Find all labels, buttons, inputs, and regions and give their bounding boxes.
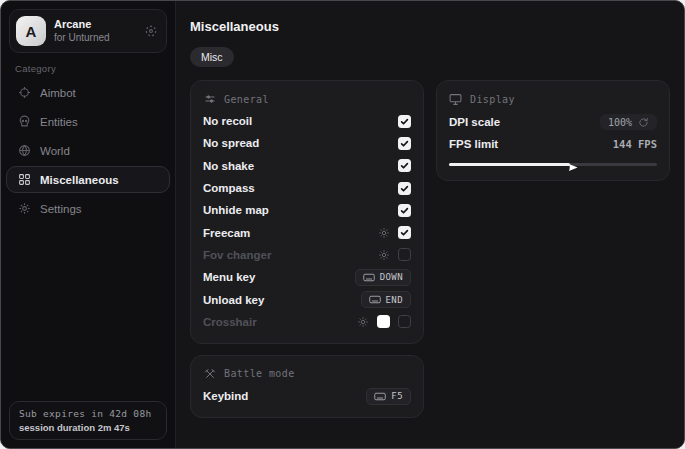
left-column: General No recoil No spread — [190, 80, 424, 418]
page-title: Miscellaneous — [190, 19, 670, 34]
key-label: DOWN — [380, 272, 403, 282]
monitor-icon — [449, 93, 462, 106]
keyboard-icon — [369, 295, 381, 304]
fps-limit-value: 144 FPS — [613, 138, 657, 150]
setting-row-no-spread: No spread — [203, 132, 411, 154]
category-label: Category — [15, 63, 161, 74]
sidebar-item-label: Aimbot — [40, 87, 76, 99]
main-content: Miscellaneous Misc General No rec — [176, 1, 684, 448]
general-panel-header: General — [203, 93, 411, 105]
brand-text: Arcane for Unturned — [54, 18, 136, 43]
sidebar-item-label: Miscellaneous — [40, 174, 119, 186]
battle-mode-panel-header: Battle mode — [203, 368, 411, 380]
brand-name: Arcane — [54, 18, 136, 31]
unhide-map-checkbox[interactable] — [398, 204, 411, 217]
subscription-status: Sub expires in 42d 08h session duration … — [9, 401, 167, 440]
avatar: A — [16, 16, 46, 46]
key-label: F5 — [391, 391, 403, 401]
app-window: A Arcane for Unturned Category Aimbo — [0, 0, 685, 449]
fps-limit-slider[interactable] — [449, 158, 657, 170]
display-panel-header: Display — [449, 93, 657, 106]
general-panel-title: General — [224, 94, 269, 105]
sliders-icon — [203, 93, 216, 105]
sidebar-item-aimbot[interactable]: Aimbot — [6, 79, 170, 106]
check-icon — [400, 139, 409, 148]
battle-mode-panel-title: Battle mode — [224, 368, 295, 379]
fov-changer-checkbox[interactable] — [398, 248, 411, 261]
crosshair-checkbox[interactable] — [398, 315, 411, 328]
setting-row-freecam: Freecam — [203, 221, 411, 243]
right-column: Display DPI scale 100% — [436, 80, 670, 181]
avatar-initial: A — [26, 23, 37, 40]
gear-icon[interactable] — [378, 227, 390, 239]
check-icon — [400, 228, 409, 237]
sidebar-item-entities[interactable]: Entities — [6, 108, 170, 135]
gear-icon[interactable] — [357, 316, 369, 328]
no-spread-checkbox[interactable] — [398, 137, 411, 150]
swords-icon — [203, 368, 216, 380]
globe-icon — [17, 144, 31, 157]
setting-row-unload-key: Unload key END — [203, 288, 411, 310]
skull-icon — [17, 115, 31, 128]
display-panel-title: Display — [470, 94, 515, 105]
setting-row-fps-limit: FPS limit 144 FPS — [449, 133, 657, 155]
sidebar: A Arcane for Unturned Category Aimbo — [1, 1, 176, 448]
sidebar-item-label: Entities — [40, 116, 78, 128]
slider-thumb-icon[interactable] — [568, 159, 579, 177]
sidebar-item-world[interactable]: World — [6, 137, 170, 164]
setting-row-menu-key: Menu key DOWN — [203, 266, 411, 288]
setting-row-dpi-scale: DPI scale 100% — [449, 111, 657, 133]
setting-row-crosshair: Crosshair — [203, 311, 411, 333]
setting-row-unhide-map: Unhide map — [203, 199, 411, 221]
dpi-scale-value[interactable]: 100% — [600, 114, 657, 130]
category-nav: Aimbot Entities World — [1, 78, 175, 223]
sidebar-item-label: Settings — [40, 203, 82, 215]
display-panel: Display DPI scale 100% — [436, 80, 670, 181]
dpi-value-text: 100% — [608, 117, 632, 128]
sync-icon[interactable] — [144, 24, 158, 38]
battle-mode-panel: Battle mode Keybind F5 — [190, 355, 424, 418]
general-panel: General No recoil No spread — [190, 80, 424, 344]
check-icon — [400, 206, 409, 215]
unload-key-bind-button[interactable]: END — [361, 291, 411, 308]
keyboard-icon — [363, 273, 375, 282]
key-label: END — [386, 295, 403, 305]
session-duration-text: session duration 2m 47s — [19, 422, 157, 433]
crosshair-color-swatch[interactable] — [377, 315, 390, 328]
no-shake-checkbox[interactable] — [398, 159, 411, 172]
compass-checkbox[interactable] — [398, 182, 411, 195]
slider-fill — [449, 163, 570, 166]
sidebar-item-label: World — [40, 145, 70, 157]
tab-misc[interactable]: Misc — [190, 47, 234, 67]
no-recoil-checkbox[interactable] — [398, 115, 411, 128]
setting-row-compass: Compass — [203, 177, 411, 199]
setting-row-no-recoil: No recoil — [203, 110, 411, 132]
grid-icon — [17, 173, 31, 186]
menu-key-bind-button[interactable]: DOWN — [355, 269, 411, 286]
battle-keybind-button[interactable]: F5 — [366, 388, 411, 405]
brand-subtitle: for Unturned — [54, 32, 136, 44]
setting-row-fov-changer: Fov changer — [203, 244, 411, 266]
refresh-icon[interactable] — [638, 117, 649, 128]
check-icon — [400, 161, 409, 170]
check-icon — [400, 184, 409, 193]
gear-icon — [17, 202, 31, 215]
check-icon — [400, 117, 409, 126]
sidebar-item-miscellaneous[interactable]: Miscellaneous — [6, 166, 170, 193]
keyboard-icon — [374, 392, 386, 401]
brand-card: A Arcane for Unturned — [9, 9, 167, 53]
gear-icon[interactable] — [378, 249, 390, 261]
panel-columns: General No recoil No spread — [190, 80, 670, 418]
crosshair-icon — [17, 86, 31, 99]
sub-expires-text: Sub expires in 42d 08h — [19, 408, 157, 419]
sidebar-item-settings[interactable]: Settings — [6, 195, 170, 222]
freecam-checkbox[interactable] — [398, 226, 411, 239]
setting-row-no-shake: No shake — [203, 155, 411, 177]
setting-row-keybind: Keybind F5 — [203, 385, 411, 407]
